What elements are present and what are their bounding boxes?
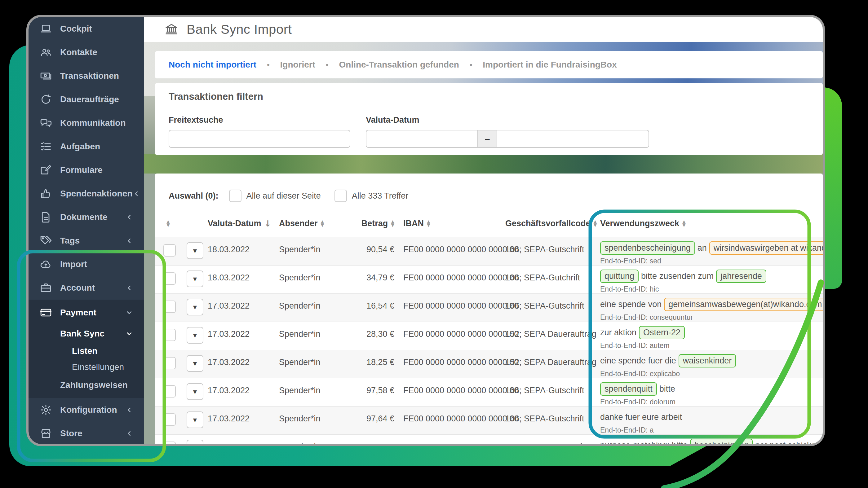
- end-to-end-id: End-to-End-ID: dolorum: [600, 398, 823, 406]
- table-row: ▼ 17.03.2022 Spender*in 97,58 € FE00 000…: [155, 378, 823, 406]
- sidebar-item-aufgaben[interactable]: Aufgaben: [29, 135, 144, 158]
- cell-valuta-datum: 18.03.2022: [208, 237, 279, 254]
- cell-geschaeftsvorfallcode: 166; SEPA-Gutchrift: [499, 265, 598, 283]
- chevron-left-icon: [125, 284, 133, 292]
- row-actions-dropdown[interactable]: ▼: [187, 383, 204, 400]
- sidebar-item-label: Bank Sync: [60, 329, 104, 339]
- caret-down-icon: ▼: [193, 304, 197, 310]
- row-checkbox[interactable]: [163, 272, 176, 285]
- sidebar-item-label: Import: [60, 259, 87, 269]
- sidebar-item-zahlungsweisen[interactable]: Zahlungsweisen: [29, 375, 144, 395]
- column-sort-blank[interactable]: ▲▼: [163, 220, 187, 227]
- sidebar-item-listen[interactable]: Listen: [29, 343, 144, 359]
- table-row: ▼ 17.03.2022 Spender*in 28,30 € FE00 000…: [155, 322, 823, 350]
- caret-down-icon: ▼: [193, 389, 197, 395]
- sidebar-item-label: Daueraufträge: [60, 95, 119, 104]
- sidebar-item-payment[interactable]: Payment: [29, 301, 144, 324]
- tab-ignoriert[interactable]: Ignoriert: [280, 60, 316, 70]
- sidebar-item-label: Tags: [60, 236, 80, 246]
- freitextsuche-input[interactable]: [168, 130, 350, 148]
- column-absender[interactable]: Absender▲▼: [279, 219, 350, 228]
- row-actions-dropdown[interactable]: ▼: [187, 299, 204, 316]
- end-to-end-id: End-to-End-ID: autem: [600, 341, 823, 350]
- cell-verwendungszweck: purpose-matching: bitte bescheinigung pe…: [598, 435, 823, 444]
- cell-iban: FE00 0000 0000 0000 0000 00: [397, 378, 499, 395]
- sidebar-item-cockpit[interactable]: Cockpit: [29, 17, 144, 41]
- sidebar-item-label: Spendenaktionen: [60, 189, 132, 199]
- column-verwendungszweck[interactable]: Verwendungszweck▲▼: [598, 219, 823, 228]
- laptop-icon: [40, 23, 52, 35]
- valuta-datum-from-input[interactable]: [366, 130, 477, 148]
- cell-iban: FE00 0000 0000 0000 0000 00: [397, 322, 499, 339]
- sidebar-item-einstellungen[interactable]: Einstellungen: [29, 359, 144, 375]
- row-actions-dropdown[interactable]: ▼: [187, 242, 204, 259]
- tab-importiert-in-die-fundraisingbox[interactable]: Importiert in die FundraisingBox: [483, 60, 617, 70]
- sidebar-item-label: Store: [60, 428, 83, 438]
- sidebar-item-dokumente[interactable]: Dokumente: [29, 205, 144, 229]
- tab-noch-nicht-importiert[interactable]: Noch nicht importiert: [168, 60, 256, 70]
- row-actions-dropdown[interactable]: ▼: [187, 327, 204, 344]
- sidebar-item-formulare[interactable]: Formulare: [29, 158, 144, 182]
- sidebar-item-import[interactable]: Import: [29, 253, 144, 276]
- sidebar-item-dauerauftraege[interactable]: Daueraufträge: [29, 88, 144, 111]
- cell-absender: Spender*in: [279, 237, 350, 254]
- table-header: ▲▼ Valuta-Datum↓ Absender▲▼ Betrag▲▼ IBA…: [155, 210, 823, 237]
- sidebar-item-konfiguration[interactable]: Konfiguration: [29, 398, 144, 422]
- cell-absender: Spender*in: [279, 294, 350, 311]
- row-actions-dropdown[interactable]: ▼: [187, 440, 204, 444]
- status-tabs: Noch nicht importiert • Ignoriert • Onli…: [155, 51, 823, 78]
- column-geschaeftsvorfallcode[interactable]: Geschäftsvorfallcode▲▼: [499, 219, 598, 228]
- column-iban[interactable]: IBAN▲▼: [397, 219, 499, 228]
- valuta-datum-to-input[interactable]: [497, 130, 649, 148]
- end-to-end-id: End-to-End-ID: explicabo: [600, 370, 823, 378]
- cell-geschaeftsvorfallcode: 152; SEPA Dauerauftrag: [499, 350, 598, 367]
- sidebar-item-label: Konfiguration: [60, 405, 117, 415]
- filter-panel: Transaktionen filtern Freitextsuche Valu…: [155, 83, 823, 155]
- row-actions-dropdown[interactable]: ▼: [187, 355, 204, 372]
- sidebar-item-bank-sync[interactable]: Bank Sync: [29, 324, 144, 343]
- sidebar-item-account[interactable]: Account: [29, 276, 144, 300]
- edit-icon: [40, 164, 52, 176]
- row-checkbox[interactable]: [163, 244, 176, 257]
- sidebar-item-transaktionen[interactable]: Transaktionen: [29, 64, 144, 88]
- repeat-icon: [40, 93, 52, 106]
- purpose-text: per post schicken: [755, 441, 820, 444]
- valuta-datum-label: Valuta-Datum: [366, 115, 649, 125]
- column-valuta-datum[interactable]: Valuta-Datum↓: [208, 219, 279, 228]
- select-all-page-checkbox[interactable]: [229, 190, 242, 202]
- selection-count-label: Auswahl (0):: [168, 191, 219, 201]
- cell-geschaeftsvorfallcode: 166; SEPA-Gutschrift: [499, 294, 598, 311]
- column-betrag[interactable]: Betrag▲▼: [350, 219, 397, 228]
- sidebar-item-store[interactable]: Store: [29, 422, 144, 445]
- sidebar-item-kommunikation[interactable]: Kommunikation: [29, 111, 144, 135]
- cell-geschaeftsvorfallcode: 166; SEPA-Gutschrift: [499, 378, 598, 395]
- table-row: ▼ 18.03.2022 Spender*in 90,54 € FE00 000…: [155, 237, 823, 265]
- cell-betrag: 18,25 €: [350, 350, 397, 367]
- purpose-tag: quittung: [600, 269, 639, 283]
- sort-icon: ▲▼: [166, 220, 170, 227]
- sort-icon: ▲▼: [682, 220, 686, 227]
- row-checkbox[interactable]: [163, 329, 176, 341]
- cell-valuta-datum: 17.03.2022: [208, 435, 279, 444]
- sidebar-item-kontakte[interactable]: Kontakte: [29, 41, 144, 64]
- caret-down-icon: ▼: [193, 332, 197, 338]
- checklist-icon: [40, 140, 52, 153]
- sidebar-item-tags[interactable]: Tags: [29, 229, 144, 253]
- row-checkbox[interactable]: [163, 385, 176, 397]
- table-row: ▼ 18.03.2022 Spender*in 34,79 € FE00 000…: [155, 265, 823, 294]
- row-checkbox[interactable]: [163, 300, 176, 313]
- caret-down-icon: ▼: [193, 276, 197, 282]
- sidebar-item-spendenaktionen[interactable]: Spendenaktionen: [29, 182, 144, 205]
- row-actions-dropdown[interactable]: ▼: [187, 270, 204, 287]
- row-actions-dropdown[interactable]: ▼: [187, 412, 204, 428]
- row-checkbox[interactable]: [163, 413, 176, 426]
- select-all-hits-checkbox[interactable]: [335, 190, 347, 202]
- sort-icon: ▲▼: [594, 220, 597, 227]
- row-checkbox[interactable]: [163, 357, 176, 369]
- row-checkbox[interactable]: [163, 442, 176, 444]
- tags-icon: [40, 234, 52, 247]
- cell-absender: Spender*in: [279, 435, 350, 444]
- cell-absender: Spender*in: [279, 322, 350, 339]
- sort-icon: ▲▼: [391, 220, 394, 227]
- tab-online-transaktion-gefunden[interactable]: Online-Transaktion gefunden: [339, 60, 459, 70]
